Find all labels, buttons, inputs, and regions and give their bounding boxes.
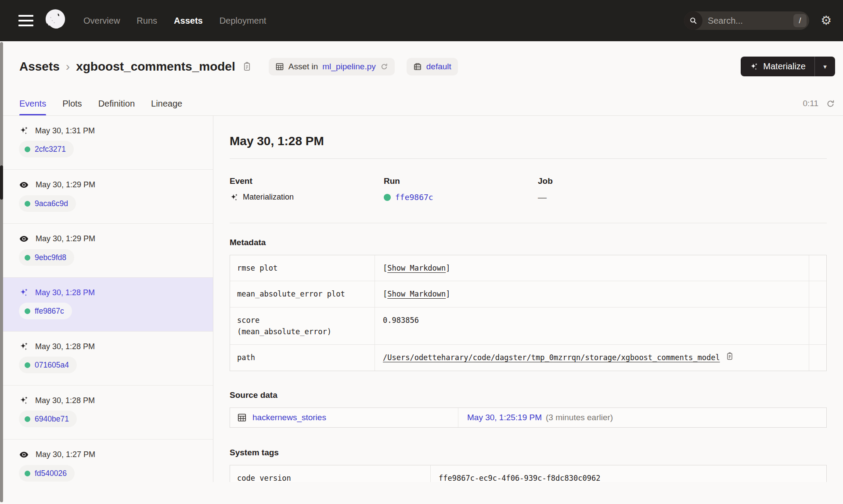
code-location-link[interactable]: ml_pipeline.py: [322, 62, 375, 71]
system-tags-table: code_version ffe9867c-ec9c-4f06-939c-f8d…: [230, 465, 827, 482]
search-icon: [684, 11, 702, 30]
asset-grid-icon: [237, 413, 247, 422]
metadata-key: mean_absolute_error plot: [230, 281, 375, 307]
breadcrumb-chevron: ›: [66, 60, 70, 74]
materialize-sparkle-icon: [749, 62, 758, 71]
breadcrumb-assets-link[interactable]: Assets: [19, 60, 60, 74]
refresh-icon[interactable]: [826, 99, 835, 108]
metadata-row: score (mean_absolute_error) 0.983856: [230, 307, 826, 345]
materialize-dropdown-button[interactable]: ▾: [815, 57, 835, 76]
primary-nav: Overview Runs Assets Deployment: [83, 16, 266, 26]
settings-gear-icon[interactable]: ⚙: [821, 14, 832, 27]
run-success-dot: [25, 308, 30, 314]
run-id-pill[interactable]: 9ebc9fd8: [19, 249, 74, 266]
asset-group-chip[interactable]: default: [407, 58, 458, 75]
top-navigation-bar: Overview Runs Assets Deployment Search..…: [0, 0, 843, 41]
event-timestamp: May 30, 1:28 PM: [35, 288, 95, 297]
materialize-split-button: Materialize ▾: [741, 57, 835, 76]
show-markdown-link[interactable]: Show Markdown: [387, 288, 446, 300]
asset-tabs-bar: Events Plots Definition Lineage 0:11: [0, 92, 843, 116]
run-id-link: 9ebc9fd8: [35, 253, 66, 262]
system-tag-key: code_version: [230, 465, 431, 482]
materialize-label: Materialize: [763, 61, 806, 71]
run-id-pill[interactable]: 2cfc3271: [19, 141, 74, 157]
run-success-dot: [25, 416, 30, 422]
tab-lineage[interactable]: Lineage: [151, 92, 182, 115]
asset-chip-prefix: Asset in: [288, 62, 318, 71]
source-asset-link[interactable]: hackernews_stories: [252, 413, 326, 422]
reload-location-icon[interactable]: [380, 63, 388, 71]
materialization-sparkle-icon: [19, 396, 29, 405]
copy-path-icon[interactable]: [725, 352, 734, 361]
bracket: ]: [446, 262, 450, 274]
run-id-pill[interactable]: 6940be71: [19, 411, 77, 427]
observation-eye-icon: [19, 180, 29, 190]
score-value: 0.983856: [383, 315, 419, 326]
asset-page-header: Assets › xgboost_comments_model Asset in…: [0, 41, 843, 92]
metadata-row: path /Users/odetteharary/code/dagster/tm…: [230, 345, 826, 370]
copy-asset-name-icon[interactable]: [242, 61, 252, 71]
run-id-link: 6940be71: [35, 415, 69, 424]
event-detail-panel: May 30, 1:28 PM Event Materialization Ru…: [213, 116, 843, 482]
nav-item-runs[interactable]: Runs: [137, 16, 157, 26]
run-success-dot: [25, 147, 30, 152]
hamburger-menu-icon[interactable]: [18, 15, 33, 26]
metadata-row: rmse plot [Show Markdown]: [230, 255, 826, 281]
path-link[interactable]: /Users/odetteharary/code/dagster/tmp_0mz…: [383, 352, 720, 363]
event-timestamp: May 30, 1:29 PM: [36, 180, 95, 189]
source-timestamp-link[interactable]: May 30, 1:25:19 PM: [467, 413, 542, 422]
vertical-scrollbar-track[interactable]: [0, 42, 3, 502]
run-success-dot: [25, 255, 30, 261]
tab-definition[interactable]: Definition: [98, 92, 135, 115]
tab-events[interactable]: Events: [19, 92, 46, 115]
event-detail-title: May 30, 1:28 PM: [230, 134, 827, 148]
search-input[interactable]: Search... /: [684, 11, 809, 30]
vertical-scrollbar-thumb[interactable]: [0, 165, 3, 200]
event-list-item[interactable]: May 30, 1:28 PM 071605a4: [0, 332, 213, 386]
show-markdown-link[interactable]: Show Markdown: [387, 262, 446, 274]
run-id-pill[interactable]: 9aca6c9d: [19, 195, 76, 212]
run-success-dot: [384, 194, 391, 201]
run-id-link: 9aca6c9d: [35, 199, 68, 208]
refresh-countdown: 0:11: [803, 99, 818, 108]
event-list-item[interactable]: May 30, 1:29 PM 9aca6c9d: [0, 170, 213, 224]
nav-item-overview[interactable]: Overview: [83, 16, 120, 26]
source-data-heading: Source data: [230, 390, 827, 400]
source-time-note: (3 minutes earlier): [546, 413, 613, 422]
run-id-link: ffe9867c: [35, 307, 64, 316]
bracket: ]: [446, 288, 450, 300]
observation-eye-icon: [19, 234, 29, 244]
event-timestamp: May 30, 1:28 PM: [35, 342, 95, 351]
run-id-pill[interactable]: 071605a4: [19, 357, 77, 373]
nav-item-deployment[interactable]: Deployment: [220, 16, 267, 26]
metadata-key: path: [230, 345, 375, 370]
search-shortcut-key: /: [793, 14, 807, 27]
bracket: [: [383, 262, 387, 274]
event-timestamp: May 30, 1:31 PM: [35, 126, 95, 136]
asset-grid-icon: [275, 62, 284, 71]
nav-item-assets[interactable]: Assets: [174, 16, 203, 26]
event-list: May 30, 1:31 PM 2cfc3271 May 30, 1:29 PM…: [0, 116, 213, 482]
materialization-sparkle-icon: [19, 342, 29, 351]
event-list-item-selected[interactable]: May 30, 1:28 PM ffe9867c: [0, 278, 213, 332]
asset-location-chip: Asset in ml_pipeline.py: [269, 58, 395, 75]
tab-plots[interactable]: Plots: [62, 92, 82, 115]
event-list-item[interactable]: May 30, 1:29 PM 9ebc9fd8: [0, 224, 213, 278]
materialization-sparkle-icon: [19, 288, 29, 297]
run-column-label: Run: [384, 176, 538, 186]
system-tag-value: ffe9867c-ec9c-4f06-939c-f8dc830c0962: [439, 472, 600, 482]
event-list-item[interactable]: May 30, 1:31 PM 2cfc3271: [0, 116, 213, 170]
event-column-label: Event: [230, 176, 384, 186]
run-id-pill[interactable]: fd540026: [19, 465, 75, 482]
metadata-heading: Metadata: [230, 238, 827, 247]
run-success-dot: [25, 362, 30, 368]
run-id-pill[interactable]: ffe9867c: [19, 303, 72, 319]
materialize-button[interactable]: Materialize: [741, 57, 814, 76]
group-icon: [413, 62, 422, 71]
source-data-table: hackernews_stories May 30, 1:25:19 PM (3…: [230, 407, 827, 428]
event-list-item[interactable]: May 30, 1:27 PM fd540026: [0, 440, 213, 482]
event-list-item[interactable]: May 30, 1:28 PM 6940be71: [0, 386, 213, 440]
metadata-key: score (mean_absolute_error): [230, 307, 375, 345]
dagster-logo[interactable]: [43, 8, 68, 33]
run-id-link[interactable]: ffe9867c: [395, 193, 433, 202]
